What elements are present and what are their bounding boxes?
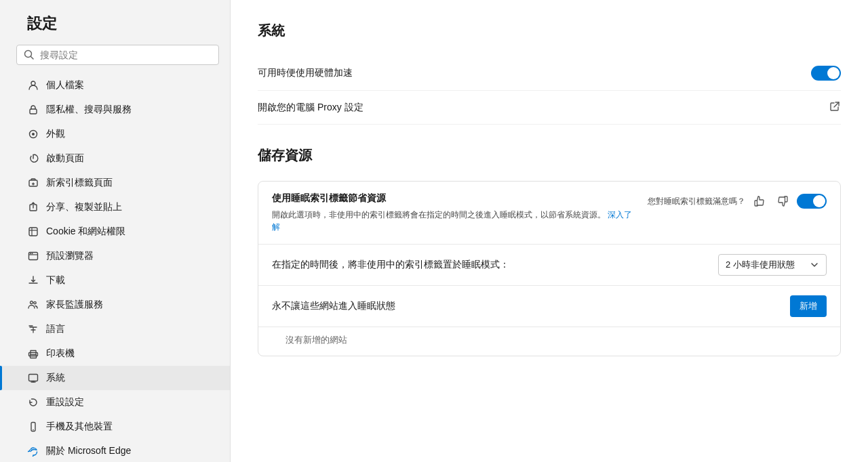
thumbs-down-icon — [776, 195, 789, 207]
never-sleep-label: 永不讓這些網站進入睡眠狀態 — [272, 300, 395, 312]
hardware-acceleration-toggle[interactable] — [811, 66, 841, 81]
person-icon — [27, 79, 39, 91]
svg-point-5 — [32, 133, 35, 135]
reset-icon — [27, 396, 39, 408]
sidebar-label-about: 關於 Microsoft Edge — [46, 445, 131, 457]
download-icon — [27, 274, 39, 287]
sidebar-item-appearance[interactable]: 外觀 — [0, 122, 230, 146]
never-sleep-row: 永不讓這些網站進入睡眠狀態 新增 — [258, 286, 840, 327]
svg-point-13 — [32, 253, 33, 254]
sidebar-label-profile: 個人檔案 — [46, 79, 84, 91]
appearance-icon — [27, 128, 39, 140]
sidebar-label-mobile: 手機及其他裝置 — [46, 421, 113, 433]
chevron-down-icon — [810, 260, 819, 270]
sleep-tabs-title: 使用睡眠索引標籤節省資源 — [272, 192, 634, 205]
sidebar-item-printer[interactable]: 印表機 — [0, 341, 230, 366]
svg-point-14 — [31, 301, 33, 304]
newtab-icon — [27, 177, 39, 189]
sleep-tabs-desc: 開啟此選項時，非使用中的索引標籤將會在指定的時間之後進入睡眠模式，以節省系統資源… — [272, 209, 634, 233]
sleep-tabs-header: 使用睡眠索引標籤節省資源 開啟此選項時，非使用中的索引標籤將會在指定的時間之後進… — [272, 192, 827, 233]
sleep-after-value: 2 小時非使用狀態 — [726, 259, 795, 271]
sidebar-item-startup[interactable]: 啟動頁面 — [0, 146, 230, 171]
sidebar-label-share: 分享、複製並貼上 — [46, 201, 122, 213]
sidebar-item-newtab[interactable]: 新索引標籤頁面 — [0, 171, 230, 195]
sidebar: 設定 個人檔案 隱私權、搜尋與服務 外觀 啟動頁面 新索引 — [0, 0, 231, 462]
sidebar-label-privacy: 隱私權、搜尋與服務 — [46, 104, 132, 116]
proxy-row: 開啟您的電腦 Proxy 設定 — [258, 91, 841, 125]
printer-icon — [27, 348, 39, 360]
sidebar-item-privacy[interactable]: 隱私權、搜尋與服務 — [0, 98, 230, 122]
sidebar-item-family[interactable]: 家長監護服務 — [0, 293, 230, 317]
sidebar-label-newtab: 新索引標籤頁面 — [46, 177, 113, 189]
storage-section: 儲存資源 使用睡眠索引標籤節省資源 開啟此選項時，非使用中的索引標籤將會在指定的… — [258, 146, 841, 356]
svg-point-15 — [34, 301, 36, 303]
search-input[interactable] — [40, 49, 212, 60]
sidebar-label-appearance: 外觀 — [46, 128, 65, 140]
main-content: 系統 可用時便使用硬體加速 開啟您的電腦 Proxy 設定 儲存資源 使用睡眠索… — [231, 0, 868, 462]
sidebar-label-reset: 重設設定 — [46, 396, 84, 408]
sleep-tabs-toggle[interactable] — [797, 194, 827, 209]
language-icon — [27, 323, 39, 335]
sidebar-label-download: 下載 — [46, 274, 65, 287]
add-site-button[interactable]: 新增 — [790, 295, 827, 317]
search-icon — [24, 49, 35, 60]
svg-point-12 — [30, 253, 31, 254]
sidebar-label-language: 語言 — [46, 323, 65, 335]
family-icon — [27, 299, 39, 311]
hardware-acceleration-label: 可用時便使用硬體加速 — [258, 67, 353, 79]
svg-rect-3 — [30, 109, 37, 114]
sidebar-item-reset[interactable]: 重設設定 — [0, 390, 230, 415]
sidebar-item-cookies[interactable]: Cookie 和網站權限 — [0, 219, 230, 244]
sidebar-item-language[interactable]: 語言 — [0, 317, 230, 341]
sleep-after-dropdown[interactable]: 2 小時非使用狀態 — [718, 254, 827, 276]
sidebar-item-system[interactable]: 系統 — [0, 366, 230, 390]
sidebar-title: 設定 — [0, 14, 230, 45]
search-box[interactable] — [16, 45, 219, 65]
svg-point-2 — [31, 81, 35, 85]
sidebar-item-share[interactable]: 分享、複製並貼上 — [0, 195, 230, 219]
edge-icon — [27, 445, 39, 457]
thumbs-up-button[interactable] — [751, 192, 768, 210]
sleep-after-row: 在指定的時間後，將非使用中的索引標籤置於睡眠模式： 2 小時非使用狀態 — [258, 245, 840, 286]
svg-point-22 — [33, 429, 34, 431]
sidebar-item-download[interactable]: 下載 — [0, 268, 230, 293]
mobile-icon — [27, 421, 39, 433]
empty-sites-text: 沒有新增的網站 — [258, 327, 840, 356]
sidebar-label-printer: 印表機 — [46, 348, 75, 360]
lock-icon — [27, 104, 39, 116]
svg-rect-7 — [29, 228, 37, 236]
sidebar-item-about[interactable]: 關於 Microsoft Edge — [0, 439, 230, 462]
sidebar-label-system: 系統 — [46, 372, 65, 384]
proxy-label: 開啟您的電腦 Proxy 設定 — [258, 102, 363, 114]
external-link-icon[interactable] — [829, 100, 841, 114]
storage-card: 使用睡眠索引標籤節省資源 開啟此選項時，非使用中的索引標籤將會在指定的時間之後進… — [258, 181, 841, 356]
hardware-acceleration-row: 可用時便使用硬體加速 — [258, 56, 841, 91]
svg-line-1 — [31, 57, 34, 60]
sleep-after-label: 在指定的時間後，將非使用中的索引標籤置於睡眠模式： — [272, 259, 509, 271]
sidebar-item-profile[interactable]: 個人檔案 — [0, 73, 230, 98]
sidebar-item-mobile[interactable]: 手機及其他裝置 — [0, 415, 230, 439]
sidebar-label-cookies: Cookie 和網站權限 — [46, 226, 125, 238]
cookie-icon — [27, 226, 39, 238]
thumbs-down-button[interactable] — [774, 192, 791, 210]
sleep-tabs-section: 使用睡眠索引標籤節省資源 開啟此選項時，非使用中的索引標籤將會在指定的時間之後進… — [258, 182, 840, 245]
power-icon — [27, 152, 39, 165]
feedback-label: 您對睡眠索引標籤滿意嗎？ — [648, 196, 745, 207]
sidebar-label-family: 家長監護服務 — [46, 299, 103, 311]
svg-rect-18 — [29, 375, 38, 381]
browser-icon — [27, 250, 39, 262]
sidebar-label-browser: 預設瀏覽器 — [46, 250, 94, 262]
sidebar-label-startup: 啟動頁面 — [46, 152, 84, 165]
page-title: 系統 — [258, 22, 841, 40]
sidebar-item-browser[interactable]: 預設瀏覽器 — [0, 244, 230, 268]
share-icon — [27, 201, 39, 213]
system-icon — [27, 372, 39, 384]
storage-title: 儲存資源 — [258, 146, 841, 165]
svg-line-23 — [834, 102, 839, 107]
thumbs-up-icon — [753, 195, 766, 207]
